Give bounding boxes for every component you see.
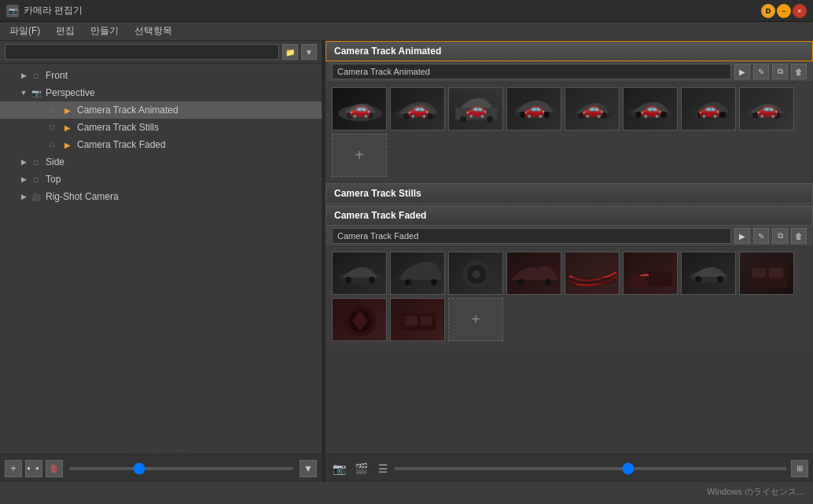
right-slider[interactable] — [395, 467, 786, 470]
tree-item-animated[interactable]: □ ▶ Camera Track Animated — [0, 101, 322, 119]
delete-btn-faded[interactable]: 🗑 — [791, 228, 807, 244]
track-name-input-faded[interactable] — [332, 228, 731, 244]
window-min-btn[interactable]: − — [777, 4, 791, 18]
section-faded: Camera Track Faded ▶ ✎ ⧉ 🗑 — [326, 205, 813, 346]
thumb-faded-8[interactable] — [739, 252, 794, 295]
camera-view-icon[interactable]: 📷 — [330, 460, 348, 477]
thumb-animated-7[interactable] — [681, 87, 736, 131]
thumb-faded-1[interactable] — [332, 252, 387, 295]
thumb-animated-2[interactable] — [390, 87, 445, 131]
svg-point-5 — [427, 113, 433, 120]
copy-btn-faded[interactable]: ⧉ — [772, 228, 788, 244]
app-title: 카메라 편집기 — [24, 4, 761, 17]
svg-rect-35 — [630, 276, 646, 287]
right-scroll-area: Camera Track Animated ▶ ✎ ⧉ 🗑 — [326, 41, 813, 454]
folder-icon-front: □ — [30, 69, 42, 82]
thumb-faded-7[interactable] — [681, 252, 736, 295]
section-header-stills[interactable]: Camera Track Stills — [326, 183, 813, 204]
svg-point-17 — [660, 112, 667, 118]
menu-select[interactable]: 선택항목 — [131, 23, 175, 39]
svg-point-7 — [460, 116, 466, 123]
thumb-animated-1[interactable] — [332, 87, 387, 131]
svg-point-25 — [345, 277, 351, 283]
menu-list-icon[interactable]: ☰ — [374, 460, 392, 477]
thumb-animated-3[interactable] — [448, 87, 503, 131]
add-thumb-faded[interactable]: + — [448, 298, 503, 341]
thumb-animated-8[interactable] — [739, 87, 794, 131]
edit-btn-animated[interactable]: ✎ — [753, 64, 769, 79]
add-thumb-animated[interactable]: + — [332, 134, 387, 177]
panel-drag-handle: · · · · · · · · · · · · · · · · — [0, 447, 322, 454]
filter-icon-btn[interactable]: ▼ — [301, 44, 317, 60]
track-name-input-animated[interactable] — [332, 64, 731, 79]
section-title-animated: Camera Track Animated — [334, 46, 441, 57]
dots-button[interactable]: ● ● — [25, 460, 42, 477]
menu-file[interactable]: 파일(F) — [6, 23, 43, 39]
svg-point-26 — [369, 277, 375, 283]
edit-btn-faded[interactable]: ✎ — [753, 228, 769, 244]
play-btn-animated[interactable]: ▶ — [734, 64, 750, 79]
delete-btn-animated[interactable]: 🗑 — [791, 64, 807, 79]
play-btn-faded[interactable]: ▶ — [734, 228, 750, 244]
watermark: Windows のライセンス... — [707, 486, 804, 498]
delete-button[interactable]: 🗑 — [46, 460, 63, 477]
thumb-faded-5[interactable] — [565, 252, 620, 295]
thumb-faded-10[interactable] — [390, 298, 445, 341]
svg-point-22 — [752, 112, 759, 119]
window-orange-btn[interactable]: D — [761, 4, 775, 18]
window-close-btn[interactable]: × — [793, 4, 807, 18]
thumb-animated-4[interactable] — [506, 87, 561, 131]
tree-label-perspective: Perspective — [46, 87, 95, 98]
svg-rect-47 — [421, 316, 432, 326]
tree-item-rig[interactable]: ▶ 🎥 Rig-Shot Camera — [0, 188, 322, 205]
add-button[interactable]: + — [5, 460, 22, 477]
right-panel: Camera Track Animated ▶ ✎ ⧉ 🗑 — [326, 41, 813, 482]
folder-icon-btn[interactable]: 📁 — [282, 44, 298, 60]
tree-item-side[interactable]: ▶ □ Side — [0, 153, 322, 171]
left-slider[interactable] — [69, 467, 293, 470]
tree-label-front: Front — [46, 70, 68, 81]
thumb-faded-9[interactable] — [332, 298, 387, 341]
svg-rect-46 — [405, 316, 418, 326]
svg-point-33 — [545, 279, 551, 285]
track-icon-animated: ▶ — [61, 104, 74, 116]
film-icon[interactable]: 🎬 — [352, 460, 370, 477]
svg-point-20 — [719, 112, 726, 118]
thumb-faded-2[interactable] — [390, 252, 445, 295]
app-icon: 📷 — [6, 5, 19, 17]
svg-point-13 — [579, 112, 585, 119]
thumbs-grid-animated: + — [326, 83, 813, 182]
svg-point-19 — [697, 112, 704, 118]
svg-point-31 — [473, 270, 480, 278]
thumb-faded-6[interactable] — [623, 252, 678, 295]
arrow-rig: ▶ — [19, 192, 28, 201]
tree-item-faded[interactable]: □ ▶ Camera Track Faded — [0, 136, 322, 153]
menu-bar: 파일(F) 편집 만들기 선택항목 — [0, 22, 813, 41]
grid-view-btn[interactable]: ⊞ — [791, 460, 808, 477]
tree-label-animated: Camera Track Animated — [77, 105, 178, 116]
tree-label-stills: Camera Track Stills — [77, 122, 159, 133]
tree-label-top: Top — [46, 174, 61, 185]
thumb-faded-3[interactable] — [448, 252, 503, 295]
svg-point-16 — [635, 112, 642, 118]
thumb-animated-5[interactable] — [565, 87, 620, 131]
tree-item-top[interactable]: ▶ □ Top — [0, 171, 322, 188]
thumb-animated-6[interactable] — [623, 87, 678, 131]
main-container: 📁 ▼ ▶ □ Front ▼ 📷 Perspective □ ▶ Ca — [0, 41, 813, 482]
copy-btn-animated[interactable]: ⧉ — [772, 64, 788, 79]
menu-create[interactable]: 만들기 — [87, 23, 122, 39]
search-input[interactable] — [5, 44, 279, 60]
tree-item-stills[interactable]: □ ▶ Camera Track Stills — [0, 119, 322, 136]
svg-point-8 — [487, 116, 493, 123]
arrow-perspective: ▼ — [19, 88, 28, 97]
tree-item-front[interactable]: ▶ □ Front — [0, 67, 322, 84]
filter-bottom-btn[interactable]: ▼ — [300, 460, 317, 477]
svg-point-39 — [717, 276, 723, 282]
svg-point-23 — [774, 112, 780, 119]
left-bottom-bar: + ● ● 🗑 ▼ — [0, 454, 322, 482]
section-title-stills: Camera Track Stills — [334, 188, 421, 199]
menu-edit[interactable]: 편집 — [53, 23, 78, 39]
arrow-faded — [35, 140, 44, 149]
tree-item-perspective[interactable]: ▼ 📷 Perspective — [0, 84, 322, 101]
thumb-faded-4[interactable] — [506, 252, 561, 295]
